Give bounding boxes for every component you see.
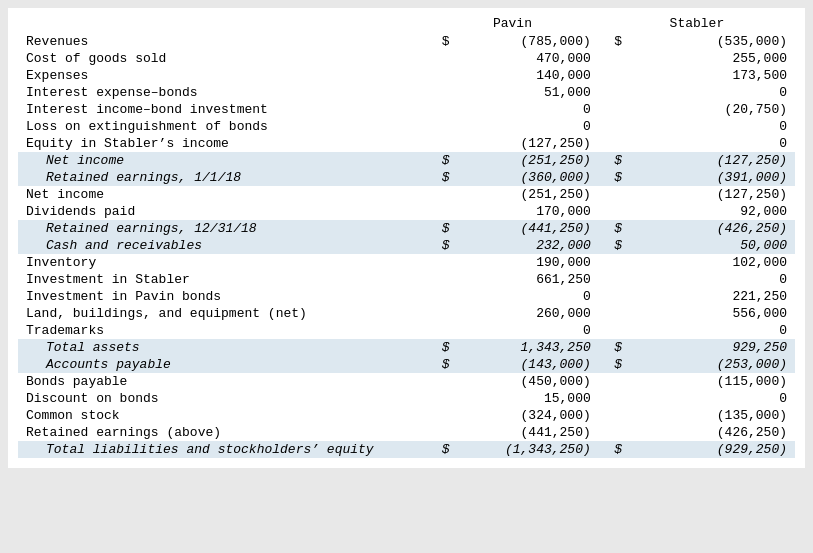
pavin-value: (360,000) bbox=[458, 169, 599, 186]
stabler-value: 50,000 bbox=[630, 237, 795, 254]
table-row: Expenses140,000173,500 bbox=[18, 67, 795, 84]
row-label: Net income bbox=[18, 186, 426, 203]
pavin-value: 661,250 bbox=[458, 271, 599, 288]
dollar-sign-2: $ bbox=[599, 237, 630, 254]
table-row: Equity in Stabler’s income(127,250)0 bbox=[18, 135, 795, 152]
row-label: Revenues bbox=[18, 33, 426, 50]
row-label: Investment in Pavin bonds bbox=[18, 288, 426, 305]
row-label: Total assets bbox=[18, 339, 426, 356]
table-row: Trademarks00 bbox=[18, 322, 795, 339]
row-label: Inventory bbox=[18, 254, 426, 271]
dollar-sign-1: $ bbox=[426, 441, 457, 458]
pavin-value: 0 bbox=[458, 118, 599, 135]
table-row: Investment in Pavin bonds0221,250 bbox=[18, 288, 795, 305]
col-label-header bbox=[18, 14, 426, 33]
dollar-sign-2: $ bbox=[599, 169, 630, 186]
stabler-value: 0 bbox=[630, 271, 795, 288]
stabler-value: (426,250) bbox=[630, 220, 795, 237]
dollar-sign-1 bbox=[426, 305, 457, 322]
dollar-sign-1 bbox=[426, 288, 457, 305]
dollar-sign-1: $ bbox=[426, 152, 457, 169]
dollar-sign-2 bbox=[599, 390, 630, 407]
dollar-sign-2 bbox=[599, 50, 630, 67]
dollar-sign-2 bbox=[599, 135, 630, 152]
stabler-value: (535,000) bbox=[630, 33, 795, 50]
row-label: Accounts payable bbox=[18, 356, 426, 373]
dollar-sign-2 bbox=[599, 186, 630, 203]
table-row: Cost of goods sold470,000255,000 bbox=[18, 50, 795, 67]
dollar-sign-1 bbox=[426, 186, 457, 203]
dollar-sign-2: $ bbox=[599, 339, 630, 356]
table-row: Investment in Stabler661,2500 bbox=[18, 271, 795, 288]
pavin-value: 0 bbox=[458, 288, 599, 305]
dollar-sign-1 bbox=[426, 101, 457, 118]
financial-table: Pavin Stabler Revenues$(785,000)$(535,00… bbox=[8, 8, 805, 468]
dollar-sign-1: $ bbox=[426, 339, 457, 356]
table-row: Dividends paid170,00092,000 bbox=[18, 203, 795, 220]
pavin-value: 51,000 bbox=[458, 84, 599, 101]
dollar-sign-2: $ bbox=[599, 441, 630, 458]
pavin-value: 15,000 bbox=[458, 390, 599, 407]
dollar-sign-1 bbox=[426, 254, 457, 271]
table-row: Interest expense–bonds51,0000 bbox=[18, 84, 795, 101]
dollar-sign-2 bbox=[599, 254, 630, 271]
table-row: Net income$(251,250)$(127,250) bbox=[18, 152, 795, 169]
dollar-sign-1 bbox=[426, 271, 457, 288]
pavin-value: (127,250) bbox=[458, 135, 599, 152]
stabler-value: 0 bbox=[630, 390, 795, 407]
row-label: Dividends paid bbox=[18, 203, 426, 220]
stabler-value: (929,250) bbox=[630, 441, 795, 458]
stabler-value: 0 bbox=[630, 322, 795, 339]
pavin-value: (324,000) bbox=[458, 407, 599, 424]
pavin-value: 232,000 bbox=[458, 237, 599, 254]
dollar-sign-2 bbox=[599, 305, 630, 322]
stabler-value: 0 bbox=[630, 135, 795, 152]
pavin-value: (1,343,250) bbox=[458, 441, 599, 458]
stabler-value: (127,250) bbox=[630, 152, 795, 169]
pavin-value: (143,000) bbox=[458, 356, 599, 373]
table-row: Common stock(324,000)(135,000) bbox=[18, 407, 795, 424]
dollar-sign-2 bbox=[599, 84, 630, 101]
dollar-sign-1 bbox=[426, 407, 457, 424]
dollar-sign-1 bbox=[426, 118, 457, 135]
pavin-value: 170,000 bbox=[458, 203, 599, 220]
row-label: Equity in Stabler’s income bbox=[18, 135, 426, 152]
dollar-sign-2 bbox=[599, 101, 630, 118]
row-label: Common stock bbox=[18, 407, 426, 424]
row-label: Interest expense–bonds bbox=[18, 84, 426, 101]
stabler-value: 173,500 bbox=[630, 67, 795, 84]
table-row: Cash and receivables$232,000$50,000 bbox=[18, 237, 795, 254]
dollar-sign-1: $ bbox=[426, 237, 457, 254]
row-label: Retained earnings, 12/31/18 bbox=[18, 220, 426, 237]
dollar-sign-2 bbox=[599, 67, 630, 84]
table-row: Bonds payable(450,000)(115,000) bbox=[18, 373, 795, 390]
row-label: Land, buildings, and equipment (net) bbox=[18, 305, 426, 322]
dollar-sign-2: $ bbox=[599, 33, 630, 50]
dollar-sign-2: $ bbox=[599, 356, 630, 373]
table-row: Accounts payable$(143,000)$(253,000) bbox=[18, 356, 795, 373]
row-label: Loss on extinguishment of bonds bbox=[18, 118, 426, 135]
row-label: Cost of goods sold bbox=[18, 50, 426, 67]
dollar-sign-1 bbox=[426, 322, 457, 339]
stabler-value: (426,250) bbox=[630, 424, 795, 441]
table-row: Loss on extinguishment of bonds00 bbox=[18, 118, 795, 135]
dollar-sign-1 bbox=[426, 373, 457, 390]
table-row: Revenues$(785,000)$(535,000) bbox=[18, 33, 795, 50]
stabler-header: Stabler bbox=[599, 14, 795, 33]
stabler-value: (135,000) bbox=[630, 407, 795, 424]
stabler-value: 255,000 bbox=[630, 50, 795, 67]
dollar-sign-1 bbox=[426, 424, 457, 441]
stabler-value: 0 bbox=[630, 84, 795, 101]
pavin-value: 260,000 bbox=[458, 305, 599, 322]
table-row: Total liabilities and stockholders’ equi… bbox=[18, 441, 795, 458]
row-label: Expenses bbox=[18, 67, 426, 84]
dollar-sign-2 bbox=[599, 288, 630, 305]
dollar-sign-1 bbox=[426, 390, 457, 407]
pavin-value: 1,343,250 bbox=[458, 339, 599, 356]
stabler-value: 92,000 bbox=[630, 203, 795, 220]
dollar-sign-1 bbox=[426, 67, 457, 84]
stabler-value: (253,000) bbox=[630, 356, 795, 373]
stabler-value: 221,250 bbox=[630, 288, 795, 305]
pavin-value: 0 bbox=[458, 322, 599, 339]
stabler-value: (391,000) bbox=[630, 169, 795, 186]
